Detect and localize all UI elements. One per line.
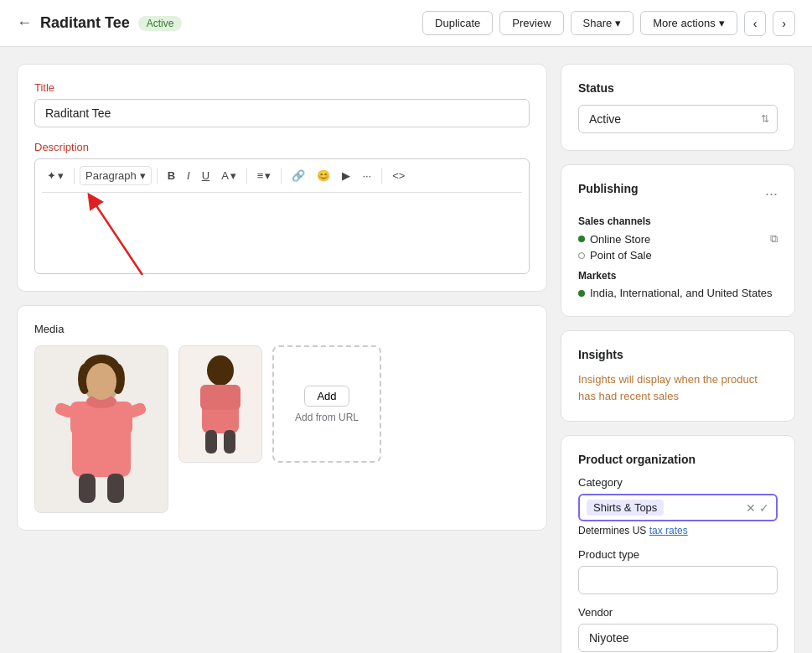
svg-point-13 [207,355,234,386]
category-confirm-icon[interactable]: ✓ [759,501,769,515]
toolbar-divider-4 [281,168,282,184]
pos-label: Point of Sale [590,249,652,262]
svg-rect-16 [205,430,217,453]
main-layout: Title Description ✦ ▾ Paragraph ▾ [0,47,812,653]
link-button[interactable]: 🔗 [287,166,310,185]
publishing-card: Publishing ··· Sales channels Online Sto… [561,164,795,317]
topbar-left: ← Raditant Tee Active [17,14,412,32]
person-svg-main [47,350,156,509]
category-clear-icon[interactable]: ✕ [746,501,756,515]
status-select-wrapper: Active Draft Archived [578,105,778,133]
link-icon: 🔗 [292,169,305,182]
align-dropdown-icon: ▾ [265,169,271,182]
emoji-icon: 😊 [317,169,330,182]
channel-point-of-sale: Point of Sale [578,249,778,262]
svg-rect-9 [79,474,96,503]
product-org-title: Product organization [578,453,778,466]
paragraph-format-button[interactable]: Paragraph ▾ [80,166,152,185]
underline-button[interactable]: U [197,166,215,185]
tax-rates-link[interactable]: tax rates [649,525,688,536]
color-button[interactable]: A ▾ [216,166,241,185]
media-grid: Add Add from URL [34,345,530,513]
markets-value: India, International, and United States [590,287,773,299]
markets-item: India, International, and United States [578,287,778,299]
title-input[interactable] [34,99,530,127]
ai-icon: ✦ [47,169,56,182]
back-button[interactable]: ← [17,14,32,32]
media-button[interactable]: ▶ [337,166,355,185]
more-toolbar-button[interactable]: ··· [357,166,376,185]
share-button[interactable]: Share ▾ [571,11,634,35]
more-actions-button[interactable]: More actions ▾ [640,11,737,35]
markets-label: Markets [578,270,778,282]
category-value: Shirts & Tops [593,501,657,514]
status-card: Status Active Draft Archived [561,64,795,151]
title-label: Title [34,81,530,94]
ai-button[interactable]: ✦ ▾ [42,166,69,185]
sales-channels-label: Sales channels [578,215,778,227]
description-label: Description [34,141,530,153]
left-column: Title Description ✦ ▾ Paragraph ▾ [17,64,547,653]
product-type-label: Product type [578,548,778,561]
code-icon: <> [392,169,405,182]
align-button[interactable]: ≡ ▾ [252,166,277,185]
vendor-label: Vendor [578,606,778,619]
duplicate-button[interactable]: Duplicate [422,11,493,35]
right-column: Status Active Draft Archived Publishing … [561,64,795,653]
toolbar-divider-2 [157,168,158,184]
person-svg-secondary [187,350,254,459]
online-store-action-icon[interactable]: ⧉ [770,232,778,246]
publishing-card-header: Publishing ··· [578,182,778,205]
code-button[interactable]: <> [387,166,410,185]
bold-button[interactable]: B [163,166,180,185]
status-badge: Active [138,16,183,31]
media-item-main[interactable] [34,345,168,513]
paragraph-label: Paragraph [85,169,137,182]
toolbar-divider-1 [74,168,75,184]
topbar: ← Raditant Tee Active Duplicate Preview … [0,0,812,47]
tax-note: Determines US tax rates [578,525,778,536]
bold-icon: B [168,169,175,182]
category-tag: Shirts & Tops [587,500,664,516]
media-label: Media [34,323,530,335]
description-toolbar: ✦ ▾ Paragraph ▾ B I [42,166,522,193]
media-card: Media [17,305,547,531]
status-select[interactable]: Active Draft Archived [578,105,778,133]
italic-icon: I [187,169,190,182]
product-org-card: Product organization Category Shirts & T… [561,435,795,653]
next-button[interactable]: › [773,11,795,36]
share-label: Share [583,17,613,29]
media-add-area[interactable]: Add Add from URL [272,345,381,463]
description-editor[interactable]: ✦ ▾ Paragraph ▾ B I [34,158,530,274]
prev-button[interactable]: ‹ [744,11,767,36]
title-description-card: Title Description ✦ ▾ Paragraph ▾ [17,64,547,292]
preview-button[interactable]: Preview [499,11,563,35]
emoji-button[interactable]: 😊 [312,166,335,185]
product-type-input[interactable] [578,566,778,594]
add-media-button[interactable]: Add [304,386,349,407]
category-label: Category [578,476,778,489]
more-toolbar-icon: ··· [362,169,371,182]
svg-rect-17 [224,430,235,453]
category-input-wrapper[interactable]: Shirts & Tops ✕ ✓ [578,494,778,521]
media-item-secondary[interactable] [178,345,262,463]
toolbar-divider-3 [246,168,247,184]
channel-online-store: Online Store ⧉ [578,232,778,246]
tax-note-text: Determines US [578,525,646,536]
align-icon: ≡ [257,169,264,182]
category-actions: ✕ ✓ [746,501,769,515]
add-from-url-label: Add from URL [295,412,359,423]
markets-status-dot [578,290,585,297]
vendor-input[interactable] [578,624,778,652]
publishing-menu-icon[interactable]: ··· [765,185,778,203]
share-chevron-icon: ▾ [615,17,621,29]
editor-body[interactable] [42,200,522,267]
online-store-label: Online Store [590,233,650,246]
svg-rect-15 [200,385,240,410]
underline-icon: U [202,169,209,182]
svg-rect-10 [107,474,124,503]
insights-card: Insights Insights will display when the … [561,330,795,422]
italic-button[interactable]: I [182,166,195,185]
vendor-field: Vendor [578,606,778,652]
svg-point-8 [86,363,116,400]
